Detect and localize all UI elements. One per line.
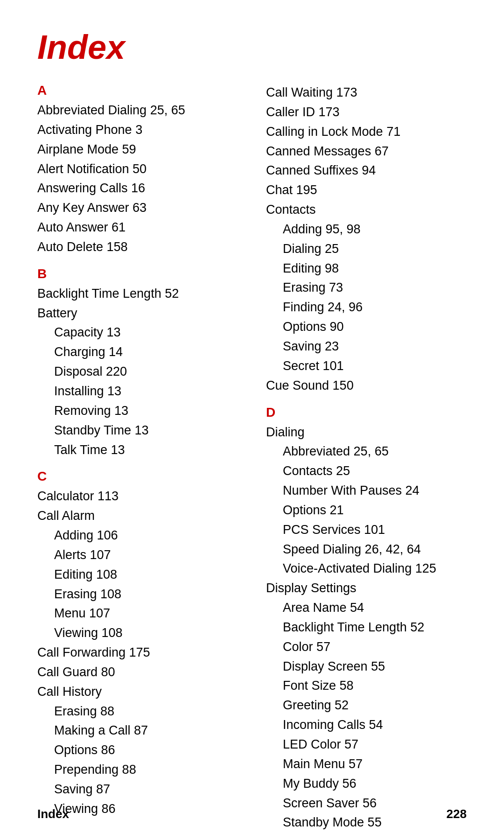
list-item: Alerts 107 <box>37 546 238 565</box>
list-item: Installing 13 <box>37 382 238 401</box>
page-footer: Index 228 <box>37 798 467 821</box>
list-item: Canned Suffixes 94 <box>266 161 467 181</box>
list-item: Erasing 108 <box>37 585 238 604</box>
list-item: Adding 106 <box>37 526 238 546</box>
list-item: Saving 23 <box>266 337 467 357</box>
list-item: Battery <box>37 304 238 323</box>
list-item: Prepending 88 <box>37 760 238 780</box>
list-item: Color 57 <box>266 637 467 657</box>
list-item: Alert Notification 50 <box>37 160 238 179</box>
list-item: Airplane Mode 59 <box>37 140 238 160</box>
list-item: Font Size 58 <box>266 676 467 696</box>
list-item: Call Waiting 173 <box>266 83 467 103</box>
list-item: Contacts 25 <box>266 462 467 481</box>
list-item: Backlight Time Length 52 <box>266 618 467 637</box>
list-item: Adding 95, 98 <box>266 220 467 239</box>
list-item: Charging 14 <box>37 343 238 362</box>
list-item: Area Name 54 <box>266 598 467 618</box>
list-item: Dialing <box>266 423 467 442</box>
list-item: Call Alarm <box>37 506 238 526</box>
list-item: Backlight Time Length 52 <box>37 284 238 304</box>
list-item: Call Forwarding 175 <box>37 643 238 663</box>
right-column: Call Waiting 173Caller ID 173Calling in … <box>266 83 467 833</box>
list-item: Options 21 <box>266 501 467 520</box>
list-item: Display Settings <box>266 579 467 598</box>
list-item: Any Key Answer 63 <box>37 198 238 218</box>
list-item: Capacity 13 <box>37 323 238 343</box>
list-item: Menu 107 <box>37 604 238 623</box>
list-item: Calculator 113 <box>37 487 238 506</box>
list-item: Auto Delete 158 <box>37 238 238 257</box>
section-letter-d: D <box>266 405 467 420</box>
list-item: Caller ID 173 <box>266 103 467 122</box>
list-item: Disposal 220 <box>37 362 238 382</box>
list-item: Canned Messages 67 <box>266 142 467 161</box>
list-item: Abbreviated Dialing 25, 65 <box>37 101 238 120</box>
list-item: LED Color 57 <box>266 735 467 755</box>
list-item: Incoming Calls 54 <box>266 715 467 735</box>
list-item: Editing 108 <box>37 565 238 585</box>
page-title: Index <box>37 28 467 66</box>
section-letter-b: B <box>37 266 238 281</box>
footer-label: Index <box>37 807 69 821</box>
list-item: Contacts <box>266 200 467 220</box>
list-item: Calling in Lock Mode 71 <box>266 122 467 142</box>
left-column: AAbbreviated Dialing 25, 65Activating Ph… <box>37 83 238 833</box>
list-item: Call History <box>37 682 238 702</box>
list-item: Viewing 108 <box>37 623 238 643</box>
list-item: Removing 13 <box>37 401 238 421</box>
list-item: Auto Answer 61 <box>37 218 238 238</box>
footer-page: 228 <box>447 807 467 821</box>
list-item: Answering Calls 16 <box>37 179 238 198</box>
list-item: Options 90 <box>266 317 467 337</box>
list-item: Activating Phone 3 <box>37 120 238 140</box>
list-item: Number With Pauses 24 <box>266 481 467 501</box>
list-item: Erasing 73 <box>266 278 467 298</box>
list-item: Voice-Activated Dialing 125 <box>266 559 467 579</box>
list-item: Main Menu 57 <box>266 755 467 774</box>
list-item: Cue Sound 150 <box>266 376 467 396</box>
list-item: Options 86 <box>37 741 238 760</box>
page-container: Index AAbbreviated Dialing 25, 65Activat… <box>0 0 504 840</box>
list-item: Standby Time 13 <box>37 421 238 441</box>
list-item: Secret 101 <box>266 357 467 376</box>
list-item: Chat 195 <box>266 181 467 200</box>
list-item: Display Screen 55 <box>266 657 467 677</box>
list-item: Dialing 25 <box>266 239 467 259</box>
section-letter-c: C <box>37 469 238 484</box>
list-item: Saving 87 <box>37 780 238 799</box>
list-item: Erasing 88 <box>37 702 238 721</box>
list-item: My Buddy 56 <box>266 774 467 794</box>
list-item: Finding 24, 96 <box>266 298 467 317</box>
list-item: Editing 98 <box>266 259 467 279</box>
list-item: PCS Services 101 <box>266 520 467 540</box>
list-item: Talk Time 13 <box>37 441 238 460</box>
content-columns: AAbbreviated Dialing 25, 65Activating Ph… <box>37 83 467 833</box>
list-item: Abbreviated 25, 65 <box>266 442 467 462</box>
list-item: Speed Dialing 26, 42, 64 <box>266 540 467 560</box>
section-letter-a: A <box>37 83 238 98</box>
list-item: Greeting 52 <box>266 696 467 715</box>
list-item: Call Guard 80 <box>37 663 238 682</box>
list-item: Making a Call 87 <box>37 721 238 741</box>
